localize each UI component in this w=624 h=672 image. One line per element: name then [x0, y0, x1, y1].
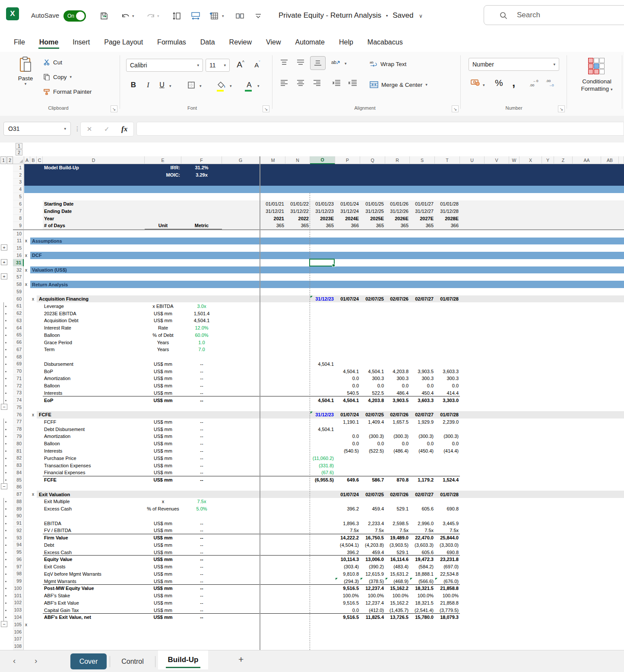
cell-T93[interactable]: 25,844.0	[435, 534, 460, 542]
row-header-101[interactable]: 101	[13, 592, 24, 599]
cell-S80[interactable]: 0.0	[410, 440, 435, 447]
number-dialog-launcher-icon[interactable]: ↘	[558, 105, 565, 112]
cell-D9[interactable]: # of Days	[43, 222, 145, 229]
cell-R100[interactable]: 15,162.2	[385, 585, 410, 592]
row-header-79[interactable]: 79	[13, 433, 24, 440]
clipboard-dialog-launcher-icon[interactable]: ↘	[111, 105, 117, 112]
cell-N6[interactable]: 01/01/22	[285, 200, 310, 208]
row-header-91[interactable]: 91	[13, 520, 24, 527]
cell-R8[interactable]: 2026E	[385, 215, 410, 222]
cell-D74[interactable]: EoP	[43, 396, 145, 404]
cell-D77[interactable]: FCFF	[43, 418, 145, 426]
cell-T101[interactable]: 100.0%	[435, 592, 460, 599]
row-header-64[interactable]: 64	[13, 324, 24, 332]
cell-F85[interactable]: --	[181, 476, 222, 484]
cell-R6[interactable]: 01/01/26	[385, 200, 410, 208]
row-header-62[interactable]: 62	[13, 310, 24, 317]
cell-D80[interactable]: Balloon	[43, 440, 145, 447]
menu-tab-automate[interactable]: Automate	[294, 36, 325, 49]
column-header-X[interactable]: X	[519, 156, 542, 164]
cell-T87[interactable]: 01/07/28	[435, 491, 460, 498]
cell-Q76[interactable]: 02/07/25	[360, 411, 385, 418]
cell-S7[interactable]: 31/12/27	[410, 208, 435, 215]
cell-T70[interactable]: 3,603.3	[435, 368, 460, 375]
cell-D92[interactable]: FV / EBITDA	[43, 527, 145, 534]
cell-E104[interactable]: US$ mm	[145, 614, 181, 621]
outline-minus-button[interactable]: −	[1, 483, 7, 489]
cell-F82[interactable]: --	[181, 454, 222, 462]
copy-button[interactable]: Copy ▾	[43, 72, 72, 82]
cell-T71[interactable]: 300.3	[435, 375, 460, 382]
cell-F62[interactable]: 1,501.4	[181, 310, 222, 317]
section-band[interactable]	[30, 281, 624, 288]
col-outline-level-2-button[interactable]: 2	[7, 156, 13, 164]
cell-R101[interactable]: 100.0%	[385, 592, 410, 599]
cell-F88[interactable]: 7.5x	[181, 498, 222, 505]
column-header-Z[interactable]: Z	[554, 156, 573, 164]
cell-D1[interactable]: Model Build-Up	[43, 164, 145, 171]
cell-E93[interactable]: US$ mm	[145, 534, 181, 542]
section-band[interactable]	[37, 491, 624, 498]
cell-F63[interactable]: 4,504.1	[181, 317, 222, 324]
cell-F79[interactable]: --	[181, 433, 222, 440]
cell-E9[interactable]: Unit	[145, 222, 181, 229]
cell-D71[interactable]: Amortization	[43, 375, 145, 382]
cell-O82[interactable]: (11,060.2)	[310, 454, 335, 462]
row-header-68[interactable]: 68	[13, 353, 24, 361]
cell-D66[interactable]: Grace Period	[43, 339, 145, 346]
orientation-button[interactable]: ab	[331, 58, 340, 67]
column-width-icon[interactable]	[190, 10, 201, 22]
cell-S60[interactable]: 02/07/27	[410, 295, 435, 303]
cell-P70[interactable]: 4,504.1	[335, 368, 360, 375]
cell-D102[interactable]: ABF's Exit Value	[43, 599, 145, 607]
cell-Q100[interactable]: 12,237.4	[360, 585, 385, 592]
cell-T74[interactable]: 3,303.0	[435, 396, 460, 404]
underline-dropdown-icon[interactable]: ▾	[169, 84, 171, 88]
cell-T6[interactable]: 01/01/28	[435, 200, 460, 208]
row-header-104[interactable]: 104	[13, 614, 24, 621]
cell-D65[interactable]: Balloon	[43, 331, 145, 339]
cell-F74[interactable]: --	[181, 396, 222, 404]
row-header-86[interactable]: 86	[13, 483, 24, 491]
cell-P7[interactable]: 31/12/24	[335, 208, 360, 215]
cell-Q102[interactable]: 12,237.4	[360, 599, 385, 607]
cell-O84[interactable]: (67.6)	[310, 469, 335, 476]
cell-F67[interactable]: 7.0	[181, 346, 222, 353]
cell-D73[interactable]: Interests	[43, 390, 145, 397]
column-header-AA[interactable]: AA	[573, 156, 601, 164]
cell-R85[interactable]: 870.8	[385, 476, 410, 484]
underline-button[interactable]: U	[156, 79, 168, 92]
cell-F93[interactable]: --	[181, 534, 222, 542]
row-header-32[interactable]: 32	[13, 266, 24, 274]
cell-S92[interactable]: 7.5x	[410, 527, 435, 534]
cell-R72[interactable]: 0.0	[385, 382, 410, 390]
font-name-combo[interactable]: Calibri ▾	[126, 59, 203, 72]
cell-D62[interactable]: 2023E EBITDA	[43, 310, 145, 317]
increase-font-size-button[interactable]: A^	[234, 58, 247, 72]
row-header-106[interactable]: 106	[13, 628, 24, 636]
row-header-90[interactable]: 90	[13, 512, 24, 520]
cell-E101[interactable]: US$ mm	[145, 592, 181, 599]
prev-sheet-icon[interactable]: ‹	[13, 656, 16, 666]
cell-F61[interactable]: 3.0x	[181, 302, 222, 310]
row-header-98[interactable]: 98	[13, 571, 24, 578]
row-header-7[interactable]: 7	[13, 208, 24, 215]
cell-Q60[interactable]: 02/07/25	[360, 295, 385, 303]
row-outline-level-2-button[interactable]: 2	[16, 149, 22, 155]
cell-F84[interactable]: --	[181, 469, 222, 476]
cell-E81[interactable]: US$ mm	[145, 447, 181, 455]
section-band[interactable]	[24, 179, 624, 186]
cell-Q93[interactable]: 16,750.5	[360, 534, 385, 542]
cell-N7[interactable]: 31/12/22	[285, 208, 310, 215]
cell-O9[interactable]: 365	[310, 222, 335, 229]
percent-style-button[interactable]: %	[495, 78, 503, 88]
cell-Q71[interactable]: 300.3	[360, 375, 385, 382]
cell-E96[interactable]: US$ mm	[145, 556, 181, 563]
outline-plus-button[interactable]: +	[1, 273, 7, 279]
font-dialog-launcher-icon[interactable]: ↘	[263, 105, 269, 112]
menu-tab-review[interactable]: Review	[228, 36, 253, 49]
cell-T91[interactable]: 3,445.9	[435, 520, 460, 527]
cell-E1[interactable]: IRR:	[145, 164, 181, 171]
row-header-105[interactable]: 105	[13, 621, 24, 628]
borders-dropdown-icon[interactable]: ▾	[200, 84, 202, 88]
